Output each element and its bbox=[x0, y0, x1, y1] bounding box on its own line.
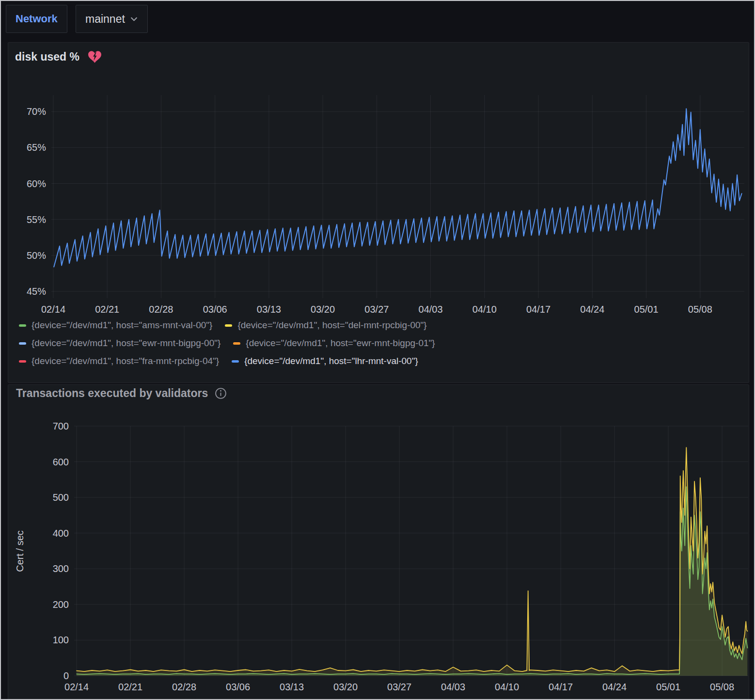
svg-text:300: 300 bbox=[53, 563, 69, 574]
svg-text:700: 700 bbox=[53, 421, 69, 431]
svg-text:04/03: 04/03 bbox=[441, 682, 465, 692]
svg-text:600: 600 bbox=[53, 457, 69, 467]
legend-item-ams-mnt-val-00[interactable]: {device="/dev/md1", host="ams-mnt-val-00… bbox=[19, 320, 212, 331]
svg-text:03/27: 03/27 bbox=[364, 304, 389, 315]
svg-text:65%: 65% bbox=[27, 142, 46, 153]
svg-text:03/13: 03/13 bbox=[280, 682, 304, 692]
svg-text:100: 100 bbox=[53, 635, 69, 645]
svg-text:04/24: 04/24 bbox=[602, 682, 627, 692]
info-icon[interactable] bbox=[215, 387, 227, 399]
svg-text:60%: 60% bbox=[27, 178, 46, 189]
disk-used-panel: 45%50%55%60%65%70%02/1402/2102/2803/0603… bbox=[8, 42, 749, 383]
legend-item-label: {device="/dev/md1", host="fra-mnt-rpcbig… bbox=[31, 356, 219, 366]
disk-used-panel-title[interactable]: disk used % bbox=[15, 50, 101, 64]
network-variable-label: Network bbox=[16, 13, 58, 25]
svg-text:45%: 45% bbox=[27, 286, 46, 297]
svg-text:03/13: 03/13 bbox=[257, 304, 281, 315]
transactions-panel-title[interactable]: Transactions executed by validators bbox=[16, 387, 227, 400]
legend-item-del-mnt-rpcbig-00[interactable]: {device="/dev/md1", host="del-mnt-rpcbig… bbox=[225, 320, 426, 331]
svg-text:03/06: 03/06 bbox=[203, 304, 227, 315]
legend-item-label: {device="/dev/md1", host="ams-mnt-val-00… bbox=[31, 320, 212, 331]
svg-text:70%: 70% bbox=[27, 106, 46, 117]
network-variable-value[interactable]: mainnet bbox=[85, 13, 125, 26]
svg-text:05/08: 05/08 bbox=[688, 304, 712, 315]
network-variable-label-box: Network bbox=[6, 5, 67, 33]
transactions-chart[interactable]: 010020030040050060070002/1402/2102/2803/… bbox=[8, 385, 750, 700]
svg-text:03/20: 03/20 bbox=[311, 304, 335, 315]
svg-text:Cert / sec: Cert / sec bbox=[15, 530, 25, 572]
disk-used-chart[interactable]: 45%50%55%60%65%70%02/1402/2102/2803/0603… bbox=[8, 43, 750, 319]
svg-text:04/03: 04/03 bbox=[419, 304, 443, 315]
svg-text:400: 400 bbox=[53, 528, 69, 539]
svg-text:55%: 55% bbox=[27, 214, 46, 225]
legend-color-dash bbox=[225, 324, 232, 327]
transactions-panel: 010020030040050060070002/1402/2102/2803/… bbox=[8, 384, 749, 700]
legend-item-fra-mnt-rpcbig-04[interactable]: {device="/dev/md1", host="fra-mnt-rpcbig… bbox=[19, 356, 219, 366]
legend-color-dash bbox=[19, 342, 26, 345]
legend-row: {device="/dev/md1", host="ewr-mnt-bigpg-… bbox=[19, 338, 435, 349]
svg-text:04/17: 04/17 bbox=[526, 304, 551, 315]
chevron-down-icon bbox=[130, 15, 138, 23]
network-variable-dropdown[interactable]: mainnet bbox=[76, 5, 148, 33]
svg-text:02/28: 02/28 bbox=[172, 682, 196, 692]
svg-text:0: 0 bbox=[63, 670, 69, 681]
disk-used-legend: {device="/dev/md1", host="ams-mnt-val-00… bbox=[19, 320, 435, 366]
svg-text:03/06: 03/06 bbox=[226, 682, 250, 692]
legend-row: {device="/dev/md1", host="fra-mnt-rpcbig… bbox=[19, 356, 435, 366]
disk-used-panel-title-text: disk used % bbox=[15, 50, 79, 64]
svg-text:05/08: 05/08 bbox=[710, 682, 734, 692]
legend-color-dash bbox=[232, 360, 239, 363]
svg-text:04/17: 04/17 bbox=[549, 682, 573, 692]
svg-text:05/01: 05/01 bbox=[656, 682, 680, 692]
legend-item-label: {device="/dev/md1", host="ewr-mnt-bigpg-… bbox=[246, 338, 435, 349]
legend-item-ewr-mnt-bigpg-01[interactable]: {device="/dev/md1", host="ewr-mnt-bigpg-… bbox=[233, 338, 435, 349]
dashboard-toolbar: Network mainnet bbox=[1, 1, 754, 42]
svg-text:500: 500 bbox=[53, 492, 69, 503]
svg-text:04/10: 04/10 bbox=[495, 682, 519, 692]
legend-color-dash bbox=[19, 360, 26, 363]
svg-text:02/14: 02/14 bbox=[64, 682, 89, 692]
svg-text:04/10: 04/10 bbox=[472, 304, 497, 315]
legend-color-dash bbox=[233, 342, 240, 345]
legend-item-label: {device="/dev/md1", host="lhr-mnt-val-00… bbox=[244, 356, 418, 366]
legend-item-ewr-mnt-bigpg-00[interactable]: {device="/dev/md1", host="ewr-mnt-bigpg-… bbox=[19, 338, 220, 349]
transactions-panel-title-text: Transactions executed by validators bbox=[16, 387, 208, 400]
svg-text:04/24: 04/24 bbox=[580, 304, 604, 315]
svg-text:03/20: 03/20 bbox=[333, 682, 358, 692]
svg-text:02/21: 02/21 bbox=[118, 682, 142, 692]
svg-text:50%: 50% bbox=[27, 250, 46, 261]
svg-text:05/01: 05/01 bbox=[634, 304, 659, 315]
legend-item-label: {device="/dev/md1", host="del-mnt-rpcbig… bbox=[237, 320, 426, 331]
legend-item-label: {device="/dev/md1", host="ewr-mnt-bigpg-… bbox=[31, 338, 220, 349]
svg-text:03/27: 03/27 bbox=[387, 682, 411, 692]
svg-text:02/21: 02/21 bbox=[95, 304, 119, 315]
svg-text:02/28: 02/28 bbox=[149, 304, 173, 315]
svg-text:200: 200 bbox=[53, 599, 69, 610]
svg-text:02/14: 02/14 bbox=[41, 304, 65, 315]
dashboard: Network mainnet 45%50%55%60%65%70%02/140… bbox=[0, 0, 755, 700]
broken-heart-icon bbox=[88, 51, 101, 63]
legend-row: {device="/dev/md1", host="ams-mnt-val-00… bbox=[19, 320, 435, 331]
legend-item-lhr-mnt-val-00[interactable]: {device="/dev/md1", host="lhr-mnt-val-00… bbox=[232, 356, 418, 366]
legend-color-dash bbox=[19, 324, 26, 327]
